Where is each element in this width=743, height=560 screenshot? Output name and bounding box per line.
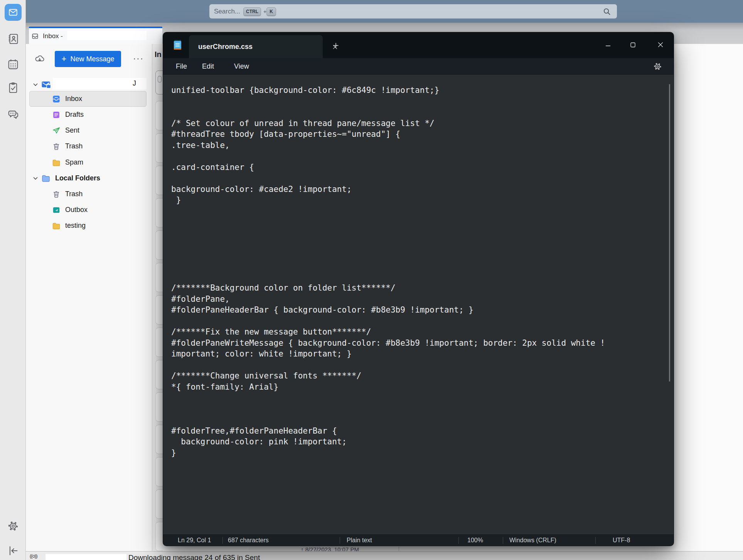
tasks-space-button[interactable] [7, 81, 20, 94]
notepad-tab[interactable]: userChrome.css [189, 35, 323, 58]
code-line [171, 392, 605, 404]
trash-icon [52, 190, 61, 198]
notepad-status-bar: Ln 29, Col 1 687 characters Plain text 1… [163, 534, 674, 546]
tab-inbox[interactable]: Inbox - [29, 27, 162, 44]
code-line [171, 404, 605, 415]
global-search-input[interactable]: Search... CTRL + K [209, 4, 617, 18]
folder-row-local-folders[interactable]: Local Folders [26, 170, 152, 186]
code-line: #folderTree,#folderPaneHeaderBar { [171, 425, 605, 437]
collapse-sidebar-icon [7, 546, 19, 556]
zoom-level[interactable]: 100% [467, 537, 483, 544]
account-name-suffix: J [133, 79, 136, 87]
unified-toolbar: Search... CTRL + K [26, 0, 743, 23]
status-divider [222, 537, 223, 544]
vertical-scrollbar[interactable] [669, 84, 670, 382]
code-line: #folderPane, [171, 294, 605, 305]
notepad-menu-bar: File Edit View [163, 58, 674, 75]
sent-icon [52, 126, 61, 135]
calendar-icon [7, 58, 20, 71]
code-line: .card-container { [171, 162, 605, 173]
code-line [171, 360, 605, 371]
chat-space-button[interactable] [7, 108, 20, 121]
folder-row-inbox[interactable]: Inbox [26, 91, 152, 107]
folder-label: Trash [65, 142, 83, 150]
maximize-button[interactable] [630, 42, 636, 48]
new-message-button[interactable]: + New Message [55, 51, 121, 67]
code-line: #folderPaneHeaderBar { background-color:… [171, 304, 605, 316]
code-line [171, 228, 605, 239]
character-count: 687 characters [228, 537, 269, 544]
encoding: UTF-8 [613, 537, 630, 544]
minimize-button[interactable] [605, 44, 611, 48]
code-line [171, 414, 605, 425]
tab-label: Inbox - [43, 32, 63, 40]
download-status-text: Downloading message 24 of 635 in Sent [128, 553, 260, 560]
code-line [171, 173, 605, 184]
code-line: /*******Change universal fonts *******/ [171, 370, 605, 382]
folder-label: testing [65, 222, 86, 230]
code-line [171, 217, 605, 228]
folder-row-sent[interactable]: Sent [26, 123, 152, 138]
collapse-spaces-button[interactable] [7, 544, 20, 557]
search-placeholder: Search... [214, 8, 240, 15]
folder-pane-options-button[interactable]: ··· [133, 54, 144, 64]
code-line [171, 151, 605, 162]
code-line: /*******Background color on folder list*… [171, 283, 605, 294]
address-book-icon [7, 32, 20, 45]
folder-label: Drafts [65, 111, 84, 119]
chevron-down-icon[interactable] [33, 176, 38, 181]
notepad-settings-button[interactable] [653, 62, 662, 71]
status-divider [340, 537, 340, 544]
folder-row-testing[interactable]: testing [26, 218, 152, 234]
address-book-space-button[interactable] [7, 32, 20, 45]
get-messages-button[interactable] [34, 54, 45, 64]
notepad-title-bar[interactable]: userChrome.css [163, 32, 674, 58]
redacted-status-text [45, 554, 126, 560]
menu-file[interactable]: File [176, 62, 187, 71]
folder-row-trash-local[interactable]: Trash [26, 186, 152, 202]
thunderbird-status-bar: ((o)) Downloading message 24 of 635 in S… [26, 551, 743, 560]
code-line [171, 272, 605, 283]
code-line: unified-toolbar {background-color: #6c84… [171, 85, 605, 96]
code-line: #folderPaneWriteMessage { background-col… [171, 338, 605, 349]
notepad-tab-title: userChrome.css [198, 43, 253, 51]
local-folders-icon [41, 174, 51, 182]
status-divider [458, 537, 459, 544]
notepad-text-area[interactable]: unified-toolbar {background-color: #6c84… [163, 75, 674, 403]
chat-icon [7, 108, 20, 121]
folder-label: Inbox [65, 95, 82, 103]
account-row[interactable]: J [26, 77, 152, 92]
close-window-button[interactable] [657, 42, 664, 48]
trash-icon [52, 142, 61, 151]
menu-view[interactable]: View [234, 62, 249, 71]
chevron-down-icon[interactable] [33, 82, 38, 87]
folder-label: Spam [65, 158, 83, 166]
inbox-icon [52, 95, 61, 103]
folder-label: Sent [65, 126, 79, 135]
code-line: important; color: white !important; } [171, 348, 605, 360]
line-ending: Windows (CRLF) [509, 537, 556, 544]
folder-row-trash[interactable]: Trash [26, 138, 152, 154]
redacted-tab-title [67, 31, 147, 40]
folder-label: Local Folders [55, 174, 100, 182]
code-line [171, 239, 605, 250]
outbox-icon [52, 206, 61, 214]
code-line [171, 96, 605, 107]
folder-icon [52, 159, 61, 166]
selected-row-highlight [29, 91, 147, 107]
calendar-space-button[interactable] [7, 58, 20, 71]
new-message-label: New Message [70, 55, 114, 63]
spaces-settings-button[interactable] [7, 520, 20, 533]
mail-space-button[interactable] [5, 4, 22, 21]
folder-icon [52, 222, 61, 230]
network-activity-icon: ((o)) [30, 553, 37, 559]
drafts-icon [52, 111, 61, 119]
folder-row-outbox[interactable]: Outbox [26, 202, 152, 218]
status-divider [595, 537, 596, 544]
file-format: Plain text [347, 537, 372, 544]
new-tab-button[interactable] [333, 42, 339, 49]
code-line: .tree-table, [171, 140, 605, 151]
folder-row-spam[interactable]: Spam [26, 155, 152, 170]
folder-row-drafts[interactable]: Drafts [26, 107, 152, 123]
menu-edit[interactable]: Edit [202, 62, 214, 71]
